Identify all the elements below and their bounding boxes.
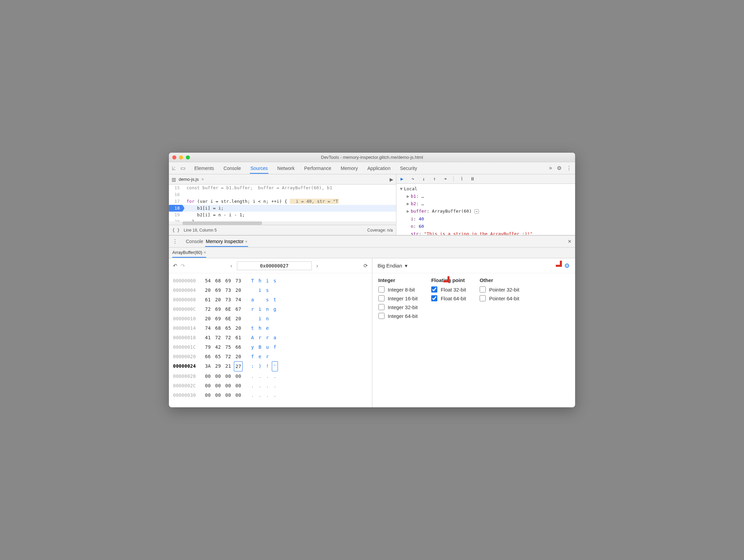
window-title: DevTools - memory-inspector.glitch.me/de… bbox=[169, 155, 575, 160]
panel-tab-performance[interactable]: Performance bbox=[303, 163, 332, 174]
editor-statusbar: { } Line 18, Column 5 Coverage: n/a bbox=[169, 225, 396, 235]
coverage-status: Coverage: n/a bbox=[367, 228, 393, 233]
address-input[interactable] bbox=[237, 261, 312, 270]
main-toolbar: ⟀ ▭ ElementsConsoleSourcesNetworkPerform… bbox=[169, 162, 575, 174]
drawer-tabbar: ⋮ Console Memory Inspector × ✕ bbox=[169, 235, 575, 247]
sources-editor-pane: ▥ demo-js.js × ▶ 15const buffer = b1.buf… bbox=[169, 174, 396, 235]
setting-integer-16-bit[interactable]: Integer 16-bit bbox=[378, 295, 418, 301]
value-settings-icon[interactable]: ⚙ bbox=[564, 262, 570, 270]
settings-icon[interactable]: ⚙ bbox=[557, 165, 562, 171]
drawer-tab-console[interactable]: Console bbox=[185, 236, 204, 247]
memory-inspector-tabs: ArrayBuffer(60) × bbox=[169, 247, 575, 258]
value-toolbar: Big Endian ▾ ⚙ bbox=[372, 258, 575, 273]
setting-float-64-bit[interactable]: Float 64-bit bbox=[431, 295, 466, 301]
drawer-close-icon[interactable]: ✕ bbox=[568, 239, 572, 244]
setting-integer-8-bit[interactable]: Integer 8-bit bbox=[378, 286, 418, 293]
navigator-toggle-icon[interactable]: ▥ bbox=[172, 177, 176, 182]
panel-tab-memory[interactable]: Memory bbox=[340, 163, 359, 174]
step-into-icon[interactable]: ↓ bbox=[421, 176, 426, 181]
settings-group-floating-point: Floating pointFloat 32-bitFloat 64-bit bbox=[431, 277, 466, 322]
panel-tab-security[interactable]: Security bbox=[399, 163, 418, 174]
setting-float-32-bit[interactable]: Float 32-bit bbox=[431, 286, 466, 293]
redo-icon[interactable]: ↷ bbox=[181, 263, 185, 269]
format-code-icon[interactable]: { } bbox=[172, 228, 180, 233]
code-editor[interactable]: 15const buffer = b1.buffer; buffer = Arr… bbox=[169, 185, 396, 221]
panel-tabs: ElementsConsoleSourcesNetworkPerformance… bbox=[194, 163, 544, 174]
kebab-menu-icon[interactable]: ⋮ bbox=[566, 165, 572, 171]
memory-inspector-tab[interactable]: ArrayBuffer(60) × bbox=[172, 248, 206, 258]
device-toolbar-icon[interactable]: ▭ bbox=[180, 165, 185, 171]
setting-integer-32-bit[interactable]: Integer 32-bit bbox=[378, 304, 418, 310]
scope-var-b1[interactable]: ▶b1: … bbox=[400, 193, 572, 200]
step-icon[interactable]: ➜ bbox=[442, 176, 448, 181]
devtools-window: DevTools - memory-inspector.glitch.me/de… bbox=[169, 153, 575, 407]
setting-integer-64-bit[interactable]: Integer 64-bit bbox=[378, 313, 418, 319]
debugger-pane: ▶ ↷ ↓ ↑ ➜ ⌇ ⏸ ▼Local ▶b1: …▶b2: …▶buffer… bbox=[396, 174, 575, 235]
drawer-menu-icon[interactable]: ⋮ bbox=[172, 238, 178, 245]
scope-var-i[interactable]: i: 40 bbox=[400, 215, 572, 223]
step-out-icon[interactable]: ↑ bbox=[432, 176, 437, 181]
panel-tab-elements[interactable]: Elements bbox=[194, 163, 215, 174]
run-snippet-icon[interactable]: ▶ bbox=[390, 177, 393, 182]
endianness-select[interactable]: Big Endian ▾ bbox=[378, 263, 408, 269]
scope-var-buffer[interactable]: ▶buffer: ArrayBuffer(60) ⋯ bbox=[400, 208, 572, 215]
editor-tab-filename[interactable]: demo-js.js bbox=[179, 177, 199, 182]
hex-grid[interactable]: 0000000054686973This0000000420697320is00… bbox=[169, 273, 372, 403]
scope-var-str[interactable]: str: "This is a string in the ArrayBuffe… bbox=[400, 230, 572, 235]
resume-icon[interactable]: ▶ bbox=[399, 176, 404, 181]
value-type-settings: IntegerInteger 8-bitInteger 16-bitIntege… bbox=[372, 273, 575, 326]
scope-var-b2[interactable]: ▶b2: … bbox=[400, 200, 572, 208]
panel-tab-application[interactable]: Application bbox=[367, 163, 391, 174]
next-page-icon[interactable]: › bbox=[314, 262, 321, 270]
value-interpreter-pane: Big Endian ▾ ⚙ IntegerInteger 8-bitInteg… bbox=[372, 258, 575, 407]
debugger-toolbar: ▶ ↷ ↓ ↑ ➜ ⌇ ⏸ bbox=[396, 174, 575, 184]
setting-pointer-64-bit[interactable]: Pointer 64-bit bbox=[480, 295, 519, 301]
editor-tabbar: ▥ demo-js.js × ▶ bbox=[169, 174, 396, 185]
scope-var-n[interactable]: n: 60 bbox=[400, 223, 572, 230]
more-tabs-icon[interactable]: » bbox=[549, 165, 552, 171]
titlebar: DevTools - memory-inspector.glitch.me/de… bbox=[169, 153, 575, 162]
refresh-icon[interactable]: ⟳ bbox=[364, 263, 368, 269]
settings-group-integer: IntegerInteger 8-bitInteger 16-bitIntege… bbox=[378, 277, 418, 322]
panel-tab-network[interactable]: Network bbox=[277, 163, 295, 174]
hex-viewer-pane: ↶ ↷ ‹ › ⟳ 0000000054686973This0000000420… bbox=[169, 258, 372, 407]
settings-group-other: OtherPointer 32-bitPointer 64-bit bbox=[480, 277, 519, 322]
horizontal-scrollbar[interactable] bbox=[169, 221, 396, 225]
drawer-tab-memory-inspector[interactable]: Memory Inspector × bbox=[205, 236, 248, 247]
setting-pointer-32-bit[interactable]: Pointer 32-bit bbox=[480, 286, 519, 293]
scope-local-header[interactable]: Local bbox=[404, 186, 417, 191]
pause-exceptions-icon[interactable]: ⏸ bbox=[470, 176, 475, 181]
scope-variables: ▼Local ▶b1: …▶b2: …▶buffer: ArrayBuffer(… bbox=[396, 184, 575, 235]
prev-page-icon[interactable]: ‹ bbox=[228, 262, 235, 270]
cursor-position: Line 18, Column 5 bbox=[184, 228, 217, 233]
panel-tab-sources[interactable]: Sources bbox=[250, 163, 268, 174]
inspect-icon[interactable]: ⟀ bbox=[172, 165, 176, 171]
hex-toolbar: ↶ ↷ ‹ › ⟳ bbox=[169, 258, 372, 273]
editor-tab-close-icon[interactable]: × bbox=[201, 177, 204, 182]
undo-icon[interactable]: ↶ bbox=[173, 263, 177, 269]
deactivate-breakpoints-icon[interactable]: ⌇ bbox=[459, 176, 464, 181]
panel-tab-console[interactable]: Console bbox=[223, 163, 241, 174]
step-over-icon[interactable]: ↷ bbox=[410, 176, 415, 181]
close-icon[interactable]: × bbox=[203, 250, 206, 255]
